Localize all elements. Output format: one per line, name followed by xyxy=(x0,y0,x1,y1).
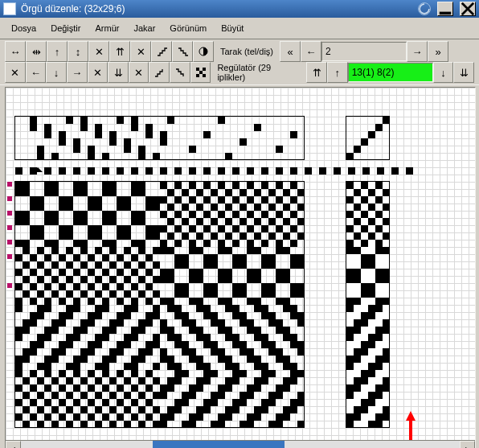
svg-rect-4 xyxy=(199,71,203,74)
close-button[interactable] xyxy=(460,2,476,16)
tool-arrows-h[interactable]: ⇹ xyxy=(26,41,47,62)
tool-arrow-up[interactable]: ↑ xyxy=(47,41,68,62)
menu-jakar[interactable]: Jakar xyxy=(127,22,162,35)
scroll-track[interactable] xyxy=(21,441,460,448)
tool-checker[interactable] xyxy=(190,62,211,83)
reed-last[interactable]: » xyxy=(428,41,448,62)
app-swirl-icon xyxy=(418,2,431,15)
tool-steps-2[interactable] xyxy=(172,41,193,62)
minimize-button[interactable] xyxy=(437,2,453,16)
reed-input[interactable]: 2 xyxy=(321,42,407,61)
reed-prev[interactable]: ← xyxy=(301,41,321,62)
scroll-left-button[interactable]: ◂ xyxy=(6,441,21,448)
reg-bottom[interactable]: ↓ xyxy=(433,62,454,83)
scroll-right-button[interactable]: ▸ xyxy=(460,441,475,448)
tool-cross-4[interactable]: ✕ xyxy=(129,62,149,83)
reg-up[interactable]: ⇈ xyxy=(306,62,327,83)
menu-edit[interactable]: Değiştir xyxy=(44,22,87,35)
tool-cross[interactable]: ✕ xyxy=(88,41,109,62)
tool-left[interactable]: ← xyxy=(26,62,47,83)
scroll-thumb[interactable] xyxy=(153,441,285,448)
menu-view[interactable]: Görünüm xyxy=(163,22,213,35)
tool-steps-4[interactable] xyxy=(170,62,190,83)
weave-canvas[interactable] xyxy=(6,88,475,440)
svg-rect-6 xyxy=(203,74,206,77)
tool-move-v[interactable]: ↕ xyxy=(68,41,88,62)
tool-steps-1[interactable] xyxy=(151,41,172,62)
weave-canvas-frame: ◂ ▸ xyxy=(5,87,476,448)
tool-cross-3[interactable]: ✕ xyxy=(88,62,108,83)
window-title: Örgü düzenle: (32x29;6) xyxy=(21,3,413,14)
tool-down[interactable]: ↓ xyxy=(46,62,67,83)
tool-move-h[interactable]: ↔ xyxy=(5,41,26,62)
app-icon xyxy=(3,2,16,15)
menu-bar: Dosya Değiştir Armür Jakar Görünüm Büyüt xyxy=(0,18,479,39)
tool-double-up[interactable]: ⇈ xyxy=(109,41,130,62)
menu-armur[interactable]: Armür xyxy=(88,22,125,35)
tool-steps-3[interactable] xyxy=(149,62,170,83)
tool-cross-2[interactable]: ✕ xyxy=(130,41,151,62)
menu-zoom[interactable]: Büyüt xyxy=(215,22,250,35)
svg-rect-3 xyxy=(203,68,206,71)
svg-rect-0 xyxy=(440,12,451,15)
svg-rect-2 xyxy=(196,68,199,71)
reed-next[interactable]: → xyxy=(407,41,428,62)
menu-file[interactable]: Dosya xyxy=(5,22,43,35)
tool-double-down[interactable]: ⇊ xyxy=(108,62,129,83)
toolbar: ↔ ⇹ ↑ ↕ ✕ ⇈ ✕ Tarak (tel/diş) « ← 2 → » … xyxy=(0,39,479,85)
regulator-input[interactable]: 13(1) 8(2) xyxy=(348,63,433,82)
tool-contrast[interactable] xyxy=(193,41,214,62)
tool-right[interactable]: → xyxy=(67,62,88,83)
horizontal-scrollbar[interactable]: ◂ ▸ xyxy=(6,440,475,448)
reed-first[interactable]: « xyxy=(280,41,301,62)
reg-down[interactable]: ⇊ xyxy=(453,62,474,83)
reg-top[interactable]: ↑ xyxy=(327,62,348,83)
regulator-label: Regülatör (29 iplikler) xyxy=(211,63,306,82)
reed-label: Tarak (tel/diş) xyxy=(214,42,280,61)
tool-close-x[interactable]: ✕ xyxy=(5,62,26,83)
svg-rect-5 xyxy=(196,74,199,77)
